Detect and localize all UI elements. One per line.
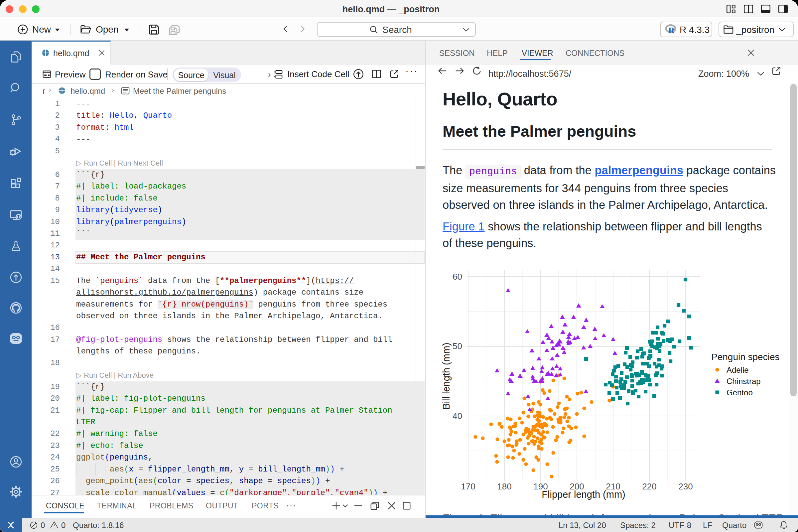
svg-text:Adelie: Adelie [726,365,749,374]
svg-text:R: R [668,25,674,34]
svg-text:Penguin species: Penguin species [711,352,779,362]
svg-text:50: 50 [453,341,462,351]
svg-text:Flipper length (mm): Flipper length (mm) [542,489,625,500]
svg-text:Gentoo: Gentoo [726,388,753,397]
svg-text:60: 60 [453,272,462,282]
svg-text:Chinstrap: Chinstrap [726,377,761,386]
svg-text:180: 180 [497,481,511,491]
svg-text:230: 230 [678,481,692,491]
svg-text:220: 220 [642,481,657,491]
svg-text:170: 170 [461,481,475,491]
svg-text:Bill length (mm): Bill length (mm) [441,342,452,409]
svg-text:40: 40 [453,411,462,421]
